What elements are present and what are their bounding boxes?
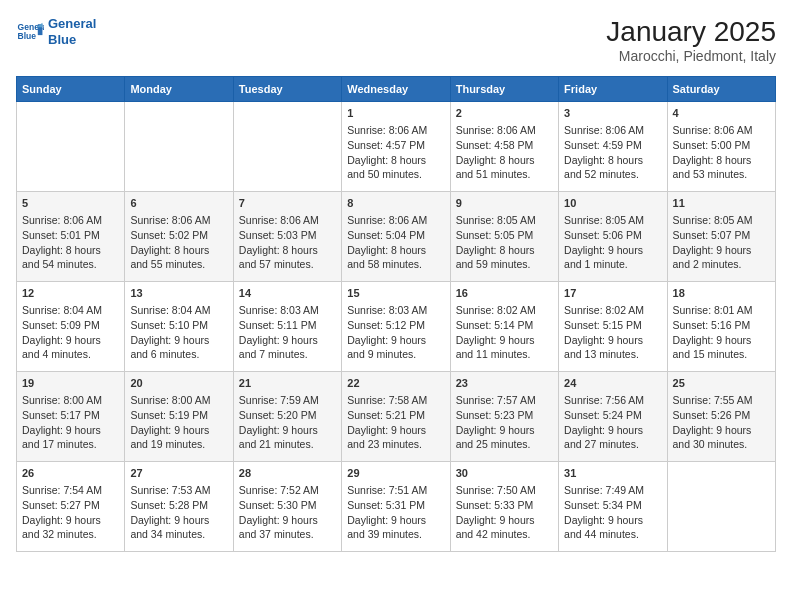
day-info-line: Sunrise: 8:02 AM — [564, 303, 661, 318]
day-info-line: Sunset: 5:27 PM — [22, 498, 119, 513]
weekday-header-tuesday: Tuesday — [233, 77, 341, 102]
day-info-line: Sunrise: 8:02 AM — [456, 303, 553, 318]
title-block: January 2025 Marocchi, Piedmont, Italy — [606, 16, 776, 64]
day-info-line: Sunrise: 8:06 AM — [239, 213, 336, 228]
day-info-line: Daylight: 8 hours — [564, 153, 661, 168]
day-number: 26 — [22, 466, 119, 481]
day-info-line: Sunrise: 7:56 AM — [564, 393, 661, 408]
day-number: 16 — [456, 286, 553, 301]
day-info-line: Daylight: 8 hours — [456, 153, 553, 168]
day-info-line: Sunrise: 8:00 AM — [22, 393, 119, 408]
day-info-line: and 55 minutes. — [130, 257, 227, 272]
day-number: 18 — [673, 286, 770, 301]
day-info-line: Daylight: 9 hours — [564, 423, 661, 438]
day-info-line: Sunrise: 8:01 AM — [673, 303, 770, 318]
day-info-line: Daylight: 9 hours — [130, 513, 227, 528]
day-info-line: Sunset: 5:34 PM — [564, 498, 661, 513]
day-number: 25 — [673, 376, 770, 391]
day-info-line: Sunset: 5:20 PM — [239, 408, 336, 423]
day-info-line: Daylight: 9 hours — [239, 333, 336, 348]
day-info-line: Daylight: 9 hours — [564, 243, 661, 258]
day-info-line: Sunset: 5:21 PM — [347, 408, 444, 423]
day-info-line: Sunset: 5:33 PM — [456, 498, 553, 513]
day-info-line: Daylight: 8 hours — [347, 243, 444, 258]
day-number: 15 — [347, 286, 444, 301]
day-info-line: and 19 minutes. — [130, 437, 227, 452]
weekday-header-row: SundayMondayTuesdayWednesdayThursdayFrid… — [17, 77, 776, 102]
day-info-line: and 1 minute. — [564, 257, 661, 272]
calendar-cell: 16Sunrise: 8:02 AMSunset: 5:14 PMDayligh… — [450, 282, 558, 372]
day-info-line: Sunrise: 8:06 AM — [456, 123, 553, 138]
day-info-line: Sunrise: 8:05 AM — [564, 213, 661, 228]
day-info-line: and 37 minutes. — [239, 527, 336, 542]
day-info-line: Sunrise: 7:53 AM — [130, 483, 227, 498]
logo: General Blue GeneralBlue — [16, 16, 96, 47]
day-info-line: and 4 minutes. — [22, 347, 119, 362]
day-info-line: Sunrise: 8:03 AM — [239, 303, 336, 318]
weekday-header-monday: Monday — [125, 77, 233, 102]
day-info-line: Sunrise: 8:06 AM — [564, 123, 661, 138]
day-info-line: and 9 minutes. — [347, 347, 444, 362]
calendar-cell: 17Sunrise: 8:02 AMSunset: 5:15 PMDayligh… — [559, 282, 667, 372]
day-number: 19 — [22, 376, 119, 391]
day-number: 13 — [130, 286, 227, 301]
day-info-line: Sunset: 5:11 PM — [239, 318, 336, 333]
weekday-header-thursday: Thursday — [450, 77, 558, 102]
day-info-line: Daylight: 9 hours — [456, 513, 553, 528]
day-info-line: Sunset: 4:59 PM — [564, 138, 661, 153]
day-info-line: Sunrise: 8:04 AM — [22, 303, 119, 318]
day-info-line: Sunset: 5:17 PM — [22, 408, 119, 423]
day-info-line: Daylight: 9 hours — [347, 333, 444, 348]
page-header: General Blue GeneralBlue January 2025 Ma… — [16, 16, 776, 64]
day-info-line: Daylight: 8 hours — [456, 243, 553, 258]
day-info-line: and 6 minutes. — [130, 347, 227, 362]
calendar-cell: 6Sunrise: 8:06 AMSunset: 5:02 PMDaylight… — [125, 192, 233, 282]
day-number: 31 — [564, 466, 661, 481]
day-info-line: and 27 minutes. — [564, 437, 661, 452]
calendar-cell: 4Sunrise: 8:06 AMSunset: 5:00 PMDaylight… — [667, 102, 775, 192]
calendar-cell: 26Sunrise: 7:54 AMSunset: 5:27 PMDayligh… — [17, 462, 125, 552]
day-info-line: and 34 minutes. — [130, 527, 227, 542]
day-info-line: and 44 minutes. — [564, 527, 661, 542]
day-number: 3 — [564, 106, 661, 121]
weekday-header-sunday: Sunday — [17, 77, 125, 102]
day-info-line: Daylight: 9 hours — [673, 423, 770, 438]
day-info-line: Daylight: 9 hours — [130, 333, 227, 348]
day-info-line: Daylight: 8 hours — [347, 153, 444, 168]
day-info-line: Sunrise: 7:50 AM — [456, 483, 553, 498]
day-info-line: Daylight: 9 hours — [456, 333, 553, 348]
weekday-header-wednesday: Wednesday — [342, 77, 450, 102]
day-info-line: Sunset: 5:02 PM — [130, 228, 227, 243]
day-info-line: and 52 minutes. — [564, 167, 661, 182]
calendar-cell: 10Sunrise: 8:05 AMSunset: 5:06 PMDayligh… — [559, 192, 667, 282]
calendar-cell: 28Sunrise: 7:52 AMSunset: 5:30 PMDayligh… — [233, 462, 341, 552]
day-info-line: Sunrise: 8:06 AM — [347, 213, 444, 228]
day-info-line: Daylight: 8 hours — [22, 243, 119, 258]
day-number: 27 — [130, 466, 227, 481]
day-info-line: Daylight: 9 hours — [673, 243, 770, 258]
calendar-cell: 5Sunrise: 8:06 AMSunset: 5:01 PMDaylight… — [17, 192, 125, 282]
day-info-line: Daylight: 9 hours — [456, 423, 553, 438]
day-info-line: Daylight: 8 hours — [239, 243, 336, 258]
day-info-line: Daylight: 9 hours — [22, 333, 119, 348]
day-info-line: Daylight: 9 hours — [239, 423, 336, 438]
day-info-line: Sunrise: 8:03 AM — [347, 303, 444, 318]
week-row-1: 1Sunrise: 8:06 AMSunset: 4:57 PMDaylight… — [17, 102, 776, 192]
day-number: 23 — [456, 376, 553, 391]
day-number: 12 — [22, 286, 119, 301]
day-info-line: Sunset: 4:57 PM — [347, 138, 444, 153]
logo-icon: General Blue — [16, 18, 44, 46]
day-info-line: Sunset: 5:23 PM — [456, 408, 553, 423]
day-number: 5 — [22, 196, 119, 211]
day-info-line: Sunrise: 7:58 AM — [347, 393, 444, 408]
day-number: 14 — [239, 286, 336, 301]
day-info-line: and 15 minutes. — [673, 347, 770, 362]
day-info-line: and 13 minutes. — [564, 347, 661, 362]
calendar-cell: 11Sunrise: 8:05 AMSunset: 5:07 PMDayligh… — [667, 192, 775, 282]
day-info-line: Sunrise: 7:59 AM — [239, 393, 336, 408]
day-info-line: Sunset: 5:19 PM — [130, 408, 227, 423]
day-info-line: Sunrise: 7:49 AM — [564, 483, 661, 498]
day-number: 28 — [239, 466, 336, 481]
day-info-line: and 59 minutes. — [456, 257, 553, 272]
day-number: 1 — [347, 106, 444, 121]
